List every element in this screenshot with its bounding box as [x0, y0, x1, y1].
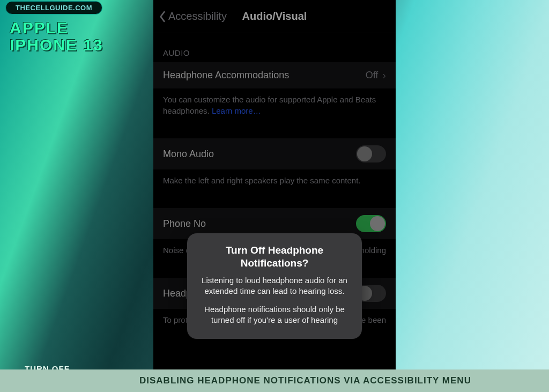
alert-dialog: Turn Off Headphone Notifications? Listen…	[187, 233, 362, 339]
toggle-mono-audio[interactable]	[356, 145, 386, 162]
section-header-audio: AUDIO	[153, 33, 396, 62]
row-headphone-accommodations[interactable]: Headphone Accommodations Off ›	[153, 62, 396, 88]
toggle-phone-noise[interactable]	[356, 215, 386, 232]
caption-bar: DISABLING HEADPHONE NOTIFICATIONS VIA AC…	[0, 369, 549, 392]
alert-body: Listening to loud headphone audio for an…	[197, 275, 352, 326]
caption-text: DISABLING HEADPHONE NOTIFICATIONS VIA AC…	[139, 375, 471, 386]
chevron-right-icon: ›	[382, 69, 386, 82]
nav-bar: Accessibility Audio/Visual	[153, 0, 396, 33]
alert-paragraph-2: Headphone notifications should only be t…	[197, 304, 352, 326]
back-button[interactable]: Accessibility	[153, 10, 227, 23]
device-title-line2: IPHONE 13	[10, 36, 103, 54]
settings-panel: Accessibility Audio/Visual AUDIO Headpho…	[153, 0, 396, 373]
back-label: Accessibility	[168, 10, 227, 23]
alert-paragraph-1: Listening to loud headphone audio for an…	[197, 275, 352, 297]
row-desc-headphone: You can customize the audio for supporte…	[153, 88, 396, 128]
device-title-line1: APPLE	[10, 19, 69, 36]
row-label: Headphone Accommodations	[163, 70, 289, 81]
alert-title: Turn Off Headphone Notifications?	[197, 244, 352, 270]
row-mono-audio: Mono Audio	[153, 138, 396, 169]
value-text: Off	[366, 70, 379, 81]
toggle-knob	[370, 216, 385, 231]
desc-text: You can customize the audio for supporte…	[163, 95, 376, 115]
row-label: Mono Audio	[163, 149, 214, 160]
row-label: Phone No	[163, 218, 206, 230]
site-badge-text: THECELLGUIDE.COM	[16, 4, 92, 12]
row-desc-mono: Make the left and right speakers play th…	[153, 169, 396, 198]
learn-more-link[interactable]: Learn more…	[212, 106, 261, 115]
site-badge: THECELLGUIDE.COM	[5, 1, 102, 14]
device-title: APPLE IPHONE 13	[10, 19, 103, 53]
row-value: Off ›	[366, 69, 386, 82]
page-title: Audio/Visual	[242, 10, 307, 23]
chevron-left-icon	[159, 11, 166, 23]
toggle-knob	[357, 146, 372, 161]
